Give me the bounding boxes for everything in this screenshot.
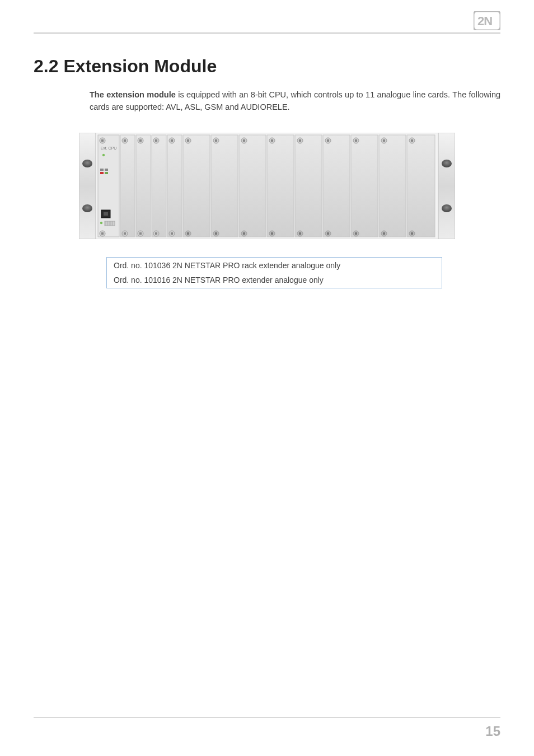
svg-rect-18 xyxy=(105,169,108,171)
svg-rect-54 xyxy=(187,232,189,235)
svg-rect-49 xyxy=(171,232,173,235)
svg-rect-70 xyxy=(295,135,322,237)
svg-rect-92 xyxy=(411,139,413,142)
page-number: 15 xyxy=(485,724,500,739)
content-area: 2.2 Extension Module The extension modul… xyxy=(34,56,500,288)
table-row: Ord. no. 101036 2N NETSTAR PRO rack exte… xyxy=(108,259,441,272)
svg-rect-87 xyxy=(383,139,385,142)
svg-rect-90 xyxy=(407,135,435,237)
order-numbers-table: Ord. no. 101036 2N NETSTAR PRO rack exte… xyxy=(106,257,442,288)
svg-rect-69 xyxy=(271,232,273,235)
svg-rect-15 xyxy=(100,172,104,174)
svg-rect-64 xyxy=(243,232,245,235)
2n-logo-icon: 2N xyxy=(474,11,500,30)
svg-rect-55 xyxy=(211,135,238,237)
cpu-slot: Ext. CPU xyxy=(98,135,119,237)
svg-rect-44 xyxy=(155,232,157,235)
svg-rect-75 xyxy=(323,135,350,237)
svg-point-21 xyxy=(100,221,102,223)
svg-point-5 xyxy=(82,204,92,212)
svg-rect-74 xyxy=(299,232,301,235)
intro-strong: The extension module xyxy=(90,90,178,99)
svg-rect-34 xyxy=(124,232,126,235)
svg-rect-80 xyxy=(351,135,378,237)
svg-rect-60 xyxy=(239,135,266,237)
wide-slots xyxy=(183,135,435,237)
svg-rect-35 xyxy=(136,135,151,237)
svg-rect-89 xyxy=(383,232,385,235)
svg-rect-67 xyxy=(271,139,273,142)
page: 2N 2.2 Extension Module The extension mo… xyxy=(0,0,534,756)
svg-rect-52 xyxy=(187,139,189,142)
svg-rect-59 xyxy=(215,232,217,235)
footer-divider xyxy=(34,717,500,718)
svg-rect-94 xyxy=(411,232,413,235)
svg-point-8 xyxy=(442,204,452,212)
svg-rect-82 xyxy=(355,139,357,142)
svg-rect-84 xyxy=(355,232,357,235)
svg-rect-22 xyxy=(105,221,115,226)
svg-rect-37 xyxy=(139,139,142,142)
order-cell: Ord. no. 101016 2N NETSTAR PRO extender … xyxy=(108,273,441,287)
svg-rect-50 xyxy=(183,135,210,237)
svg-rect-29 xyxy=(101,232,104,235)
svg-rect-45 xyxy=(167,135,182,237)
svg-rect-20 xyxy=(104,212,108,216)
svg-rect-39 xyxy=(139,232,142,235)
svg-rect-30 xyxy=(120,135,135,237)
svg-rect-77 xyxy=(327,139,329,142)
svg-rect-57 xyxy=(215,139,217,142)
svg-point-14 xyxy=(102,153,105,156)
svg-rect-40 xyxy=(152,135,166,237)
module-diagram: Ext. CPU xyxy=(79,133,455,241)
svg-rect-32 xyxy=(124,139,126,142)
svg-rect-12 xyxy=(101,139,104,142)
module-diagram-svg: Ext. CPU xyxy=(79,133,455,239)
svg-rect-72 xyxy=(299,139,301,142)
intro-paragraph: The extension module is equipped with an… xyxy=(90,89,500,114)
svg-rect-47 xyxy=(171,139,173,142)
svg-point-4 xyxy=(82,160,92,167)
svg-text:2N: 2N xyxy=(477,14,492,28)
brand-logo: 2N xyxy=(474,11,500,30)
svg-rect-16 xyxy=(105,172,108,174)
svg-rect-79 xyxy=(327,232,329,235)
table-row: Ord. no. 101016 2N NETSTAR PRO extender … xyxy=(108,273,441,287)
svg-rect-62 xyxy=(243,139,245,142)
svg-rect-42 xyxy=(155,139,157,142)
svg-rect-65 xyxy=(267,135,294,237)
svg-point-7 xyxy=(442,160,452,167)
section-title: 2.2 Extension Module xyxy=(34,56,500,77)
svg-rect-3 xyxy=(79,133,96,239)
order-cell: Ord. no. 101036 2N NETSTAR PRO rack exte… xyxy=(108,259,441,272)
svg-rect-6 xyxy=(438,133,455,239)
svg-rect-17 xyxy=(100,169,104,171)
header-divider xyxy=(34,32,500,34)
svg-text:Ext. CPU: Ext. CPU xyxy=(101,146,117,150)
svg-rect-85 xyxy=(379,135,406,237)
